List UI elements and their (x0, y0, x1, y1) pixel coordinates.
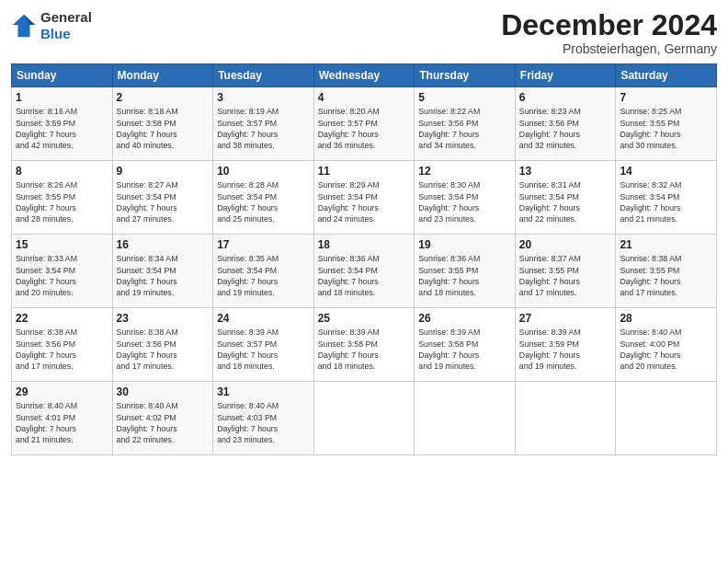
calendar-cell: 25Sunrise: 8:39 AM Sunset: 3:58 PM Dayli… (313, 308, 415, 382)
header: General Blue December 2024 Probsteierhag… (11, 9, 717, 56)
day-info: Sunrise: 8:31 AM Sunset: 3:54 PM Dayligh… (519, 179, 612, 224)
calendar-cell: 9Sunrise: 8:27 AM Sunset: 3:54 PM Daylig… (112, 161, 213, 235)
day-number: 7 (620, 91, 712, 104)
calendar-cell: 12Sunrise: 8:30 AM Sunset: 3:54 PM Dayli… (415, 161, 516, 235)
title-block: December 2024 Probsteierhagen, Germany (501, 9, 717, 56)
calendar-cell: 15Sunrise: 8:33 AM Sunset: 3:54 PM Dayli… (12, 235, 113, 308)
day-info: Sunrise: 8:37 AM Sunset: 3:55 PM Dayligh… (519, 253, 612, 298)
calendar-cell: 18Sunrise: 8:36 AM Sunset: 3:54 PM Dayli… (313, 235, 415, 308)
day-info: Sunrise: 8:33 AM Sunset: 3:54 PM Dayligh… (16, 253, 108, 298)
day-number: 15 (16, 238, 108, 251)
location: Probsteierhagen, Germany (501, 41, 717, 56)
calendar-cell: 13Sunrise: 8:31 AM Sunset: 3:54 PM Dayli… (515, 161, 616, 235)
day-info: Sunrise: 8:39 AM Sunset: 3:58 PM Dayligh… (418, 327, 511, 372)
day-number: 23 (117, 312, 210, 325)
logo-icon (11, 13, 37, 39)
day-number: 9 (117, 165, 210, 178)
calendar-cell: 14Sunrise: 8:32 AM Sunset: 3:54 PM Dayli… (616, 161, 717, 235)
day-number: 30 (117, 385, 210, 398)
day-number: 13 (519, 165, 612, 178)
day-number: 25 (318, 312, 411, 325)
day-info: Sunrise: 8:16 AM Sunset: 3:59 PM Dayligh… (16, 106, 108, 151)
day-info: Sunrise: 8:40 AM Sunset: 4:01 PM Dayligh… (16, 400, 108, 445)
day-number: 12 (418, 165, 511, 178)
day-number: 14 (620, 165, 712, 178)
day-info: Sunrise: 8:26 AM Sunset: 3:55 PM Dayligh… (16, 179, 108, 224)
calendar-cell: 28Sunrise: 8:40 AM Sunset: 4:00 PM Dayli… (616, 308, 717, 382)
calendar-cell: 26Sunrise: 8:39 AM Sunset: 3:58 PM Dayli… (415, 308, 516, 382)
calendar-table: SundayMondayTuesdayWednesdayThursdayFrid… (11, 63, 717, 455)
day-info: Sunrise: 8:30 AM Sunset: 3:54 PM Dayligh… (418, 179, 511, 224)
day-info: Sunrise: 8:29 AM Sunset: 3:54 PM Dayligh… (318, 179, 411, 224)
calendar-cell (313, 382, 415, 455)
day-info: Sunrise: 8:40 AM Sunset: 4:02 PM Dayligh… (117, 400, 210, 445)
calendar-cell: 31Sunrise: 8:40 AM Sunset: 4:03 PM Dayli… (213, 382, 314, 455)
day-number: 3 (217, 91, 310, 104)
day-info: Sunrise: 8:35 AM Sunset: 3:54 PM Dayligh… (217, 253, 310, 298)
calendar-body: 1Sunrise: 8:16 AM Sunset: 3:59 PM Daylig… (12, 87, 717, 455)
month-title: December 2024 (501, 9, 717, 41)
day-number: 27 (519, 312, 612, 325)
day-number: 5 (418, 91, 511, 104)
calendar-cell: 27Sunrise: 8:39 AM Sunset: 3:59 PM Dayli… (515, 308, 616, 382)
day-number: 31 (217, 385, 310, 398)
calendar-cell: 4Sunrise: 8:20 AM Sunset: 3:57 PM Daylig… (313, 87, 415, 161)
svg-marker-0 (13, 15, 35, 37)
calendar-cell: 6Sunrise: 8:23 AM Sunset: 3:56 PM Daylig… (515, 87, 616, 161)
logo: General Blue (11, 9, 92, 42)
calendar-cell: 20Sunrise: 8:37 AM Sunset: 3:55 PM Dayli… (515, 235, 616, 308)
calendar-cell: 5Sunrise: 8:22 AM Sunset: 3:56 PM Daylig… (415, 87, 516, 161)
calendar-cell: 24Sunrise: 8:39 AM Sunset: 3:57 PM Dayli… (213, 308, 314, 382)
calendar-cell: 29Sunrise: 8:40 AM Sunset: 4:01 PM Dayli… (12, 382, 113, 455)
day-number: 1 (16, 91, 108, 104)
day-info: Sunrise: 8:38 AM Sunset: 3:55 PM Dayligh… (620, 253, 712, 298)
day-number: 24 (217, 312, 310, 325)
day-header-sunday: Sunday (12, 64, 113, 87)
day-info: Sunrise: 8:40 AM Sunset: 4:00 PM Dayligh… (620, 327, 712, 372)
day-info: Sunrise: 8:38 AM Sunset: 3:56 PM Dayligh… (16, 327, 108, 372)
day-header-tuesday: Tuesday (213, 64, 314, 87)
calendar-week-1: 1Sunrise: 8:16 AM Sunset: 3:59 PM Daylig… (12, 87, 717, 161)
day-info: Sunrise: 8:36 AM Sunset: 3:54 PM Dayligh… (318, 253, 411, 298)
day-info: Sunrise: 8:27 AM Sunset: 3:54 PM Dayligh… (117, 179, 210, 224)
calendar-cell: 8Sunrise: 8:26 AM Sunset: 3:55 PM Daylig… (12, 161, 113, 235)
day-header-wednesday: Wednesday (313, 64, 415, 87)
day-number: 26 (418, 312, 511, 325)
calendar-cell: 1Sunrise: 8:16 AM Sunset: 3:59 PM Daylig… (12, 87, 113, 161)
day-info: Sunrise: 8:20 AM Sunset: 3:57 PM Dayligh… (318, 106, 411, 151)
day-number: 22 (16, 312, 108, 325)
day-number: 4 (318, 91, 411, 104)
day-number: 21 (620, 238, 712, 251)
calendar-cell (415, 382, 516, 455)
day-info: Sunrise: 8:39 AM Sunset: 3:57 PM Dayligh… (217, 327, 310, 372)
day-number: 16 (117, 238, 210, 251)
calendar-week-5: 29Sunrise: 8:40 AM Sunset: 4:01 PM Dayli… (12, 382, 717, 455)
day-header-monday: Monday (112, 64, 213, 87)
calendar-container: General Blue December 2024 Probsteierhag… (0, 0, 728, 563)
day-info: Sunrise: 8:40 AM Sunset: 4:03 PM Dayligh… (217, 400, 310, 445)
day-info: Sunrise: 8:32 AM Sunset: 3:54 PM Dayligh… (620, 179, 712, 224)
calendar-cell (515, 382, 616, 455)
day-info: Sunrise: 8:19 AM Sunset: 3:57 PM Dayligh… (217, 106, 310, 151)
calendar-cell (616, 382, 717, 455)
day-header-friday: Friday (515, 64, 616, 87)
calendar-cell: 30Sunrise: 8:40 AM Sunset: 4:02 PM Dayli… (112, 382, 213, 455)
calendar-cell: 17Sunrise: 8:35 AM Sunset: 3:54 PM Dayli… (213, 235, 314, 308)
day-info: Sunrise: 8:22 AM Sunset: 3:56 PM Dayligh… (418, 106, 511, 151)
day-header-thursday: Thursday (415, 64, 516, 87)
day-info: Sunrise: 8:23 AM Sunset: 3:56 PM Dayligh… (519, 106, 612, 151)
calendar-cell: 22Sunrise: 8:38 AM Sunset: 3:56 PM Dayli… (12, 308, 113, 382)
logo-text: General Blue (40, 9, 92, 42)
calendar-week-4: 22Sunrise: 8:38 AM Sunset: 3:56 PM Dayli… (12, 308, 717, 382)
logo-general: General (40, 9, 92, 26)
day-info: Sunrise: 8:38 AM Sunset: 3:56 PM Dayligh… (117, 327, 210, 372)
calendar-cell: 21Sunrise: 8:38 AM Sunset: 3:55 PM Dayli… (616, 235, 717, 308)
day-info: Sunrise: 8:36 AM Sunset: 3:55 PM Dayligh… (418, 253, 511, 298)
day-info: Sunrise: 8:39 AM Sunset: 3:59 PM Dayligh… (519, 327, 612, 372)
day-number: 29 (16, 385, 108, 398)
day-number: 11 (318, 165, 411, 178)
calendar-cell: 10Sunrise: 8:28 AM Sunset: 3:54 PM Dayli… (213, 161, 314, 235)
calendar-cell: 19Sunrise: 8:36 AM Sunset: 3:55 PM Dayli… (415, 235, 516, 308)
calendar-header-row: SundayMondayTuesdayWednesdayThursdayFrid… (12, 64, 717, 87)
calendar-week-3: 15Sunrise: 8:33 AM Sunset: 3:54 PM Dayli… (12, 235, 717, 308)
